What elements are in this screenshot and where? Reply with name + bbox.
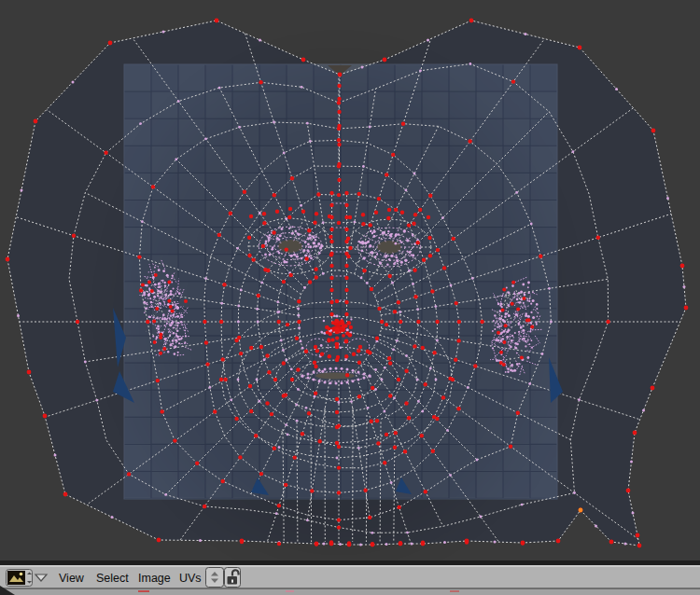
svg-text:UVs: UVs: [179, 572, 202, 585]
svg-text:Image: Image: [138, 572, 171, 585]
svg-text:View: View: [59, 572, 85, 585]
svg-text:Select: Select: [96, 572, 129, 585]
